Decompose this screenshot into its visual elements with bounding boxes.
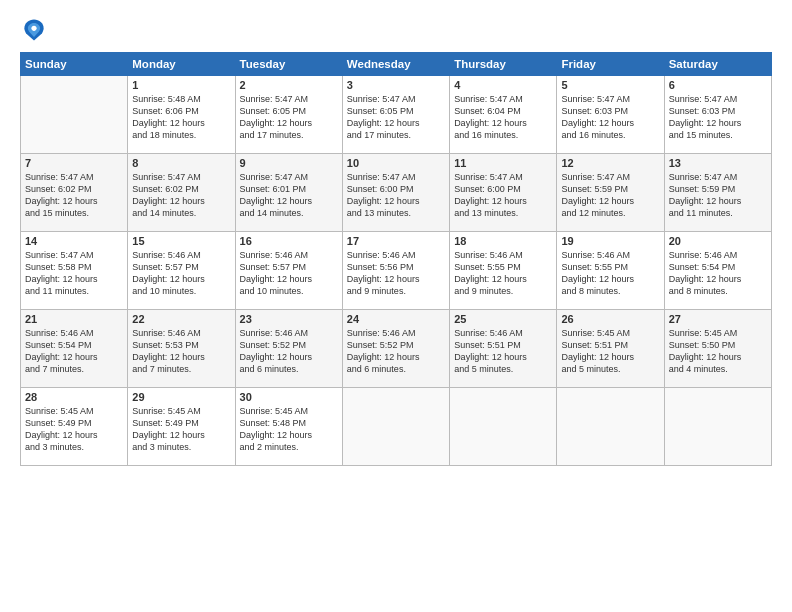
calendar-cell bbox=[664, 388, 771, 466]
day-number: 12 bbox=[561, 157, 659, 169]
week-row-4: 21Sunrise: 5:46 AM Sunset: 5:54 PM Dayli… bbox=[21, 310, 772, 388]
calendar-table: SundayMondayTuesdayWednesdayThursdayFrid… bbox=[20, 52, 772, 466]
cell-info: Sunrise: 5:47 AM Sunset: 5:59 PM Dayligh… bbox=[669, 171, 767, 220]
day-number: 13 bbox=[669, 157, 767, 169]
header bbox=[20, 16, 772, 44]
calendar-cell: 20Sunrise: 5:46 AM Sunset: 5:54 PM Dayli… bbox=[664, 232, 771, 310]
calendar-cell: 6Sunrise: 5:47 AM Sunset: 6:03 PM Daylig… bbox=[664, 76, 771, 154]
calendar-cell: 22Sunrise: 5:46 AM Sunset: 5:53 PM Dayli… bbox=[128, 310, 235, 388]
calendar-cell: 4Sunrise: 5:47 AM Sunset: 6:04 PM Daylig… bbox=[450, 76, 557, 154]
col-header-monday: Monday bbox=[128, 53, 235, 76]
calendar-cell: 8Sunrise: 5:47 AM Sunset: 6:02 PM Daylig… bbox=[128, 154, 235, 232]
day-number: 11 bbox=[454, 157, 552, 169]
calendar-cell: 5Sunrise: 5:47 AM Sunset: 6:03 PM Daylig… bbox=[557, 76, 664, 154]
cell-info: Sunrise: 5:45 AM Sunset: 5:50 PM Dayligh… bbox=[669, 327, 767, 376]
calendar-cell: 10Sunrise: 5:47 AM Sunset: 6:00 PM Dayli… bbox=[342, 154, 449, 232]
day-number: 20 bbox=[669, 235, 767, 247]
calendar-cell: 2Sunrise: 5:47 AM Sunset: 6:05 PM Daylig… bbox=[235, 76, 342, 154]
col-header-tuesday: Tuesday bbox=[235, 53, 342, 76]
calendar-cell: 16Sunrise: 5:46 AM Sunset: 5:57 PM Dayli… bbox=[235, 232, 342, 310]
day-number: 23 bbox=[240, 313, 338, 325]
calendar-cell bbox=[557, 388, 664, 466]
day-number: 29 bbox=[132, 391, 230, 403]
logo bbox=[20, 16, 52, 44]
day-number: 16 bbox=[240, 235, 338, 247]
cell-info: Sunrise: 5:46 AM Sunset: 5:53 PM Dayligh… bbox=[132, 327, 230, 376]
calendar-cell: 1Sunrise: 5:48 AM Sunset: 6:06 PM Daylig… bbox=[128, 76, 235, 154]
week-row-3: 14Sunrise: 5:47 AM Sunset: 5:58 PM Dayli… bbox=[21, 232, 772, 310]
calendar-cell: 25Sunrise: 5:46 AM Sunset: 5:51 PM Dayli… bbox=[450, 310, 557, 388]
col-header-saturday: Saturday bbox=[664, 53, 771, 76]
calendar-cell: 24Sunrise: 5:46 AM Sunset: 5:52 PM Dayli… bbox=[342, 310, 449, 388]
header-row: SundayMondayTuesdayWednesdayThursdayFrid… bbox=[21, 53, 772, 76]
cell-info: Sunrise: 5:47 AM Sunset: 6:03 PM Dayligh… bbox=[669, 93, 767, 142]
calendar-cell bbox=[342, 388, 449, 466]
day-number: 27 bbox=[669, 313, 767, 325]
day-number: 25 bbox=[454, 313, 552, 325]
day-number: 2 bbox=[240, 79, 338, 91]
page: SundayMondayTuesdayWednesdayThursdayFrid… bbox=[0, 0, 792, 612]
calendar-cell: 11Sunrise: 5:47 AM Sunset: 6:00 PM Dayli… bbox=[450, 154, 557, 232]
calendar-cell: 21Sunrise: 5:46 AM Sunset: 5:54 PM Dayli… bbox=[21, 310, 128, 388]
cell-info: Sunrise: 5:45 AM Sunset: 5:51 PM Dayligh… bbox=[561, 327, 659, 376]
calendar-cell: 12Sunrise: 5:47 AM Sunset: 5:59 PM Dayli… bbox=[557, 154, 664, 232]
calendar-cell: 18Sunrise: 5:46 AM Sunset: 5:55 PM Dayli… bbox=[450, 232, 557, 310]
calendar-cell: 29Sunrise: 5:45 AM Sunset: 5:49 PM Dayli… bbox=[128, 388, 235, 466]
day-number: 21 bbox=[25, 313, 123, 325]
cell-info: Sunrise: 5:47 AM Sunset: 6:01 PM Dayligh… bbox=[240, 171, 338, 220]
week-row-5: 28Sunrise: 5:45 AM Sunset: 5:49 PM Dayli… bbox=[21, 388, 772, 466]
cell-info: Sunrise: 5:46 AM Sunset: 5:57 PM Dayligh… bbox=[132, 249, 230, 298]
cell-info: Sunrise: 5:46 AM Sunset: 5:51 PM Dayligh… bbox=[454, 327, 552, 376]
day-number: 24 bbox=[347, 313, 445, 325]
calendar-cell: 13Sunrise: 5:47 AM Sunset: 5:59 PM Dayli… bbox=[664, 154, 771, 232]
cell-info: Sunrise: 5:47 AM Sunset: 6:02 PM Dayligh… bbox=[25, 171, 123, 220]
cell-info: Sunrise: 5:47 AM Sunset: 6:00 PM Dayligh… bbox=[347, 171, 445, 220]
col-header-sunday: Sunday bbox=[21, 53, 128, 76]
cell-info: Sunrise: 5:46 AM Sunset: 5:54 PM Dayligh… bbox=[669, 249, 767, 298]
cell-info: Sunrise: 5:46 AM Sunset: 5:55 PM Dayligh… bbox=[454, 249, 552, 298]
cell-info: Sunrise: 5:47 AM Sunset: 6:02 PM Dayligh… bbox=[132, 171, 230, 220]
calendar-cell: 9Sunrise: 5:47 AM Sunset: 6:01 PM Daylig… bbox=[235, 154, 342, 232]
cell-info: Sunrise: 5:45 AM Sunset: 5:49 PM Dayligh… bbox=[132, 405, 230, 454]
cell-info: Sunrise: 5:46 AM Sunset: 5:57 PM Dayligh… bbox=[240, 249, 338, 298]
day-number: 5 bbox=[561, 79, 659, 91]
logo-icon bbox=[20, 16, 48, 44]
calendar-cell: 3Sunrise: 5:47 AM Sunset: 6:05 PM Daylig… bbox=[342, 76, 449, 154]
calendar-cell: 26Sunrise: 5:45 AM Sunset: 5:51 PM Dayli… bbox=[557, 310, 664, 388]
calendar-cell bbox=[21, 76, 128, 154]
day-number: 22 bbox=[132, 313, 230, 325]
calendar-cell: 23Sunrise: 5:46 AM Sunset: 5:52 PM Dayli… bbox=[235, 310, 342, 388]
week-row-1: 1Sunrise: 5:48 AM Sunset: 6:06 PM Daylig… bbox=[21, 76, 772, 154]
cell-info: Sunrise: 5:47 AM Sunset: 6:00 PM Dayligh… bbox=[454, 171, 552, 220]
day-number: 6 bbox=[669, 79, 767, 91]
day-number: 8 bbox=[132, 157, 230, 169]
day-number: 3 bbox=[347, 79, 445, 91]
col-header-wednesday: Wednesday bbox=[342, 53, 449, 76]
cell-info: Sunrise: 5:46 AM Sunset: 5:54 PM Dayligh… bbox=[25, 327, 123, 376]
calendar-cell: 15Sunrise: 5:46 AM Sunset: 5:57 PM Dayli… bbox=[128, 232, 235, 310]
day-number: 7 bbox=[25, 157, 123, 169]
day-number: 17 bbox=[347, 235, 445, 247]
cell-info: Sunrise: 5:47 AM Sunset: 6:05 PM Dayligh… bbox=[240, 93, 338, 142]
day-number: 1 bbox=[132, 79, 230, 91]
cell-info: Sunrise: 5:45 AM Sunset: 5:49 PM Dayligh… bbox=[25, 405, 123, 454]
cell-info: Sunrise: 5:47 AM Sunset: 6:03 PM Dayligh… bbox=[561, 93, 659, 142]
cell-info: Sunrise: 5:47 AM Sunset: 6:05 PM Dayligh… bbox=[347, 93, 445, 142]
day-number: 15 bbox=[132, 235, 230, 247]
calendar-cell: 28Sunrise: 5:45 AM Sunset: 5:49 PM Dayli… bbox=[21, 388, 128, 466]
calendar-cell: 17Sunrise: 5:46 AM Sunset: 5:56 PM Dayli… bbox=[342, 232, 449, 310]
cell-info: Sunrise: 5:46 AM Sunset: 5:56 PM Dayligh… bbox=[347, 249, 445, 298]
cell-info: Sunrise: 5:47 AM Sunset: 5:59 PM Dayligh… bbox=[561, 171, 659, 220]
cell-info: Sunrise: 5:46 AM Sunset: 5:52 PM Dayligh… bbox=[347, 327, 445, 376]
cell-info: Sunrise: 5:47 AM Sunset: 6:04 PM Dayligh… bbox=[454, 93, 552, 142]
cell-info: Sunrise: 5:46 AM Sunset: 5:52 PM Dayligh… bbox=[240, 327, 338, 376]
day-number: 18 bbox=[454, 235, 552, 247]
day-number: 19 bbox=[561, 235, 659, 247]
cell-info: Sunrise: 5:47 AM Sunset: 5:58 PM Dayligh… bbox=[25, 249, 123, 298]
cell-info: Sunrise: 5:45 AM Sunset: 5:48 PM Dayligh… bbox=[240, 405, 338, 454]
day-number: 28 bbox=[25, 391, 123, 403]
day-number: 4 bbox=[454, 79, 552, 91]
day-number: 26 bbox=[561, 313, 659, 325]
col-header-friday: Friday bbox=[557, 53, 664, 76]
calendar-cell bbox=[450, 388, 557, 466]
